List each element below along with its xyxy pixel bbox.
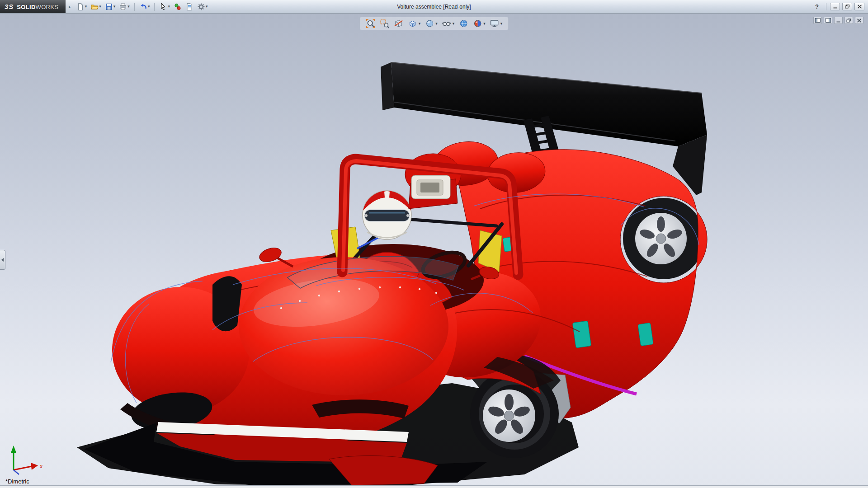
driver-helmet xyxy=(363,191,411,239)
view-orientation-cube-icon xyxy=(408,19,418,28)
dropdown-caret-icon[interactable]: ▾ xyxy=(127,5,130,9)
headsup-view-toolbar: ▾ ▾ ▾ xyxy=(360,17,509,30)
wheel-rear-right[interactable] xyxy=(623,198,704,279)
dropdown-caret-icon[interactable]: ▾ xyxy=(206,5,208,9)
view-orientation-button[interactable]: ▾ xyxy=(408,19,421,28)
file-properties-icon xyxy=(185,3,193,11)
zoom-to-area-icon xyxy=(380,19,390,28)
undo-button[interactable]: ▾ xyxy=(138,1,151,12)
close-icon xyxy=(857,19,862,23)
main-toolbar: ▾ ▾ ▾ ▾ xyxy=(75,1,209,12)
apply-scene-button[interactable] xyxy=(458,19,468,28)
expand-pane-arrow-icon xyxy=(1,258,4,262)
dropdown-caret-icon[interactable]: ▾ xyxy=(435,22,438,26)
minimize-button[interactable] xyxy=(830,3,840,10)
view-settings-monitor-icon xyxy=(490,19,500,28)
feature-manager-collapsed-tab[interactable] xyxy=(0,250,5,270)
view-orientation-label: *Dimetric xyxy=(5,478,29,485)
dropdown-caret-icon[interactable]: ▾ xyxy=(453,22,455,26)
section-view-icon xyxy=(394,19,404,28)
minimize-icon xyxy=(836,19,841,23)
open-button[interactable]: ▾ xyxy=(89,1,103,12)
zoom-to-fit-icon xyxy=(366,19,376,28)
file-properties-button[interactable] xyxy=(184,1,195,12)
close-button[interactable] xyxy=(854,3,864,10)
toolbar-separator xyxy=(826,3,826,10)
dropdown-caret-icon[interactable]: ▾ xyxy=(483,22,486,26)
edit-appearance-ball-icon xyxy=(472,19,482,28)
triad-z-axis xyxy=(14,470,19,474)
print-icon xyxy=(119,3,127,11)
edit-appearance-button[interactable]: ▾ xyxy=(472,19,486,28)
3d-model-canvas[interactable] xyxy=(0,14,868,488)
helmet-visor xyxy=(364,210,410,221)
restore-icon xyxy=(845,5,850,9)
minimize-icon xyxy=(833,5,838,9)
toolbar-separator xyxy=(154,3,155,11)
zoom-to-fit-button[interactable] xyxy=(366,19,376,28)
new-document-button[interactable]: ▾ xyxy=(75,1,89,12)
save-floppy-icon xyxy=(105,3,113,11)
toolbar-separator xyxy=(134,3,135,11)
camera-pod[interactable] xyxy=(409,175,458,209)
select-tool-button[interactable]: ▾ xyxy=(158,1,171,12)
status-strip xyxy=(0,485,868,488)
restore-icon xyxy=(846,19,851,23)
brand-works-text: WORKS xyxy=(36,4,59,10)
hide-show-glasses-icon xyxy=(442,19,452,28)
dropdown-caret-icon[interactable]: ▾ xyxy=(148,5,150,9)
triad-y-axis-arrow xyxy=(11,446,16,453)
triad-x-axis-arrow xyxy=(31,463,38,470)
solidworks-logo: 3S SOLIDWORKS xyxy=(0,0,66,13)
menu-flyout-chevron-icon[interactable]: ▸ xyxy=(69,5,71,9)
new-document-icon xyxy=(76,3,85,11)
options-gear-icon xyxy=(197,3,205,11)
close-icon xyxy=(857,5,862,9)
options-button[interactable]: ▾ xyxy=(196,1,209,12)
dropdown-caret-icon[interactable]: ▾ xyxy=(419,22,421,26)
race-car-model[interactable] xyxy=(84,62,707,485)
graphics-viewport[interactable]: ▾ ▾ ▾ xyxy=(0,14,868,488)
pane-toggle-left-button[interactable] xyxy=(813,17,822,24)
document-minimize-button[interactable] xyxy=(834,17,843,24)
select-cursor-icon xyxy=(159,3,167,11)
dropdown-caret-icon[interactable]: ▾ xyxy=(99,5,101,9)
window-title: Voiture assemblee [Read-only] xyxy=(397,4,471,10)
pane-left-icon xyxy=(815,18,821,23)
window-controls: ? xyxy=(811,3,868,10)
display-style-button[interactable]: ▾ xyxy=(425,19,438,28)
pane-right-icon xyxy=(826,18,831,23)
dropdown-caret-icon[interactable]: ▾ xyxy=(85,5,87,9)
view-settings-button[interactable]: ▾ xyxy=(490,19,503,28)
restore-button[interactable] xyxy=(842,3,852,10)
reference-triad[interactable]: x xyxy=(6,442,48,478)
open-folder-icon xyxy=(90,3,99,11)
window-titlebar[interactable]: 3S SOLIDWORKS ▸ ▾ ▾ ▾ xyxy=(0,0,868,14)
document-window-controls xyxy=(813,17,863,24)
document-close-button[interactable] xyxy=(855,17,863,24)
document-restore-button[interactable] xyxy=(844,17,853,24)
hide-show-items-button[interactable]: ▾ xyxy=(442,19,455,28)
brand-solid-text: SOLID xyxy=(17,4,35,10)
rebuild-button[interactable] xyxy=(172,1,183,12)
section-view-button[interactable] xyxy=(394,19,404,28)
save-button[interactable]: ▾ xyxy=(104,1,117,12)
dropdown-caret-icon[interactable]: ▾ xyxy=(500,22,503,26)
dropdown-caret-icon[interactable]: ▾ xyxy=(168,5,170,9)
zoom-to-area-button[interactable] xyxy=(380,19,390,28)
triad-x-label: x xyxy=(39,463,43,469)
help-button[interactable]: ? xyxy=(811,3,822,10)
rebuild-icon xyxy=(174,3,182,11)
pane-toggle-right-button[interactable] xyxy=(824,17,832,24)
apply-scene-globe-icon xyxy=(458,19,468,28)
dassault-3s-mark: 3S xyxy=(5,3,14,10)
display-style-icon xyxy=(425,19,434,28)
print-button[interactable]: ▾ xyxy=(118,1,131,12)
undo-arrow-icon xyxy=(139,3,147,11)
dropdown-caret-icon[interactable]: ▾ xyxy=(113,5,116,9)
